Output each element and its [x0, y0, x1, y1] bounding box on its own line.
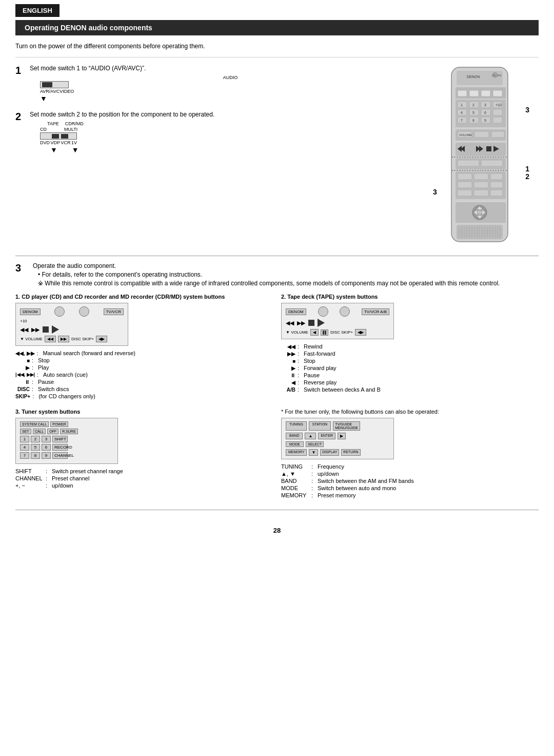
tuner-power: POWER: [50, 421, 68, 427]
remote-control-area: 3 1 2 3 DENON RC-943: [431, 65, 533, 249]
cd-panel-denom: DENOM: [20, 308, 41, 315]
switch1-video: VIDEO: [60, 89, 74, 94]
arrows2: ▼▼: [50, 146, 421, 154]
intro-text: Turn on the power of the different compo…: [15, 43, 539, 50]
tape-panel-play: [318, 319, 325, 327]
tuner-legend-channel: CHANNEL : Preset channel: [15, 475, 273, 481]
sw2-cd: CD: [40, 127, 47, 132]
svg-rect-47: [458, 160, 479, 166]
tape-system-title: 2. Tape deck (TAPE) system buttons: [281, 294, 539, 300]
extra-right: ▶: [338, 433, 346, 439]
remote-label-2: 2: [525, 172, 529, 181]
tuner-channel: CHANNEL: [52, 452, 68, 459]
cd-panel-vol: ▼ VOLUME: [20, 337, 43, 341]
extra-legend-updown: ▲, ▼ : up/down: [281, 471, 539, 477]
cd-legend-item-6: DISC : Switch discs: [15, 386, 273, 392]
cd-panel-play: [52, 325, 59, 334]
tape-legend-item-5: ⏸ : Pause: [281, 372, 539, 378]
svg-text:7: 7: [461, 119, 463, 122]
extra-tvguide: TV/GUIDEMENU/GUIDE: [333, 421, 360, 431]
svg-rect-52: [474, 173, 488, 180]
sw2-vcr: VCR: [61, 140, 70, 145]
cd-panel-circle2: [79, 306, 89, 317]
svg-text:4: 4: [461, 111, 463, 114]
svg-rect-57: [458, 190, 472, 196]
extra-enter: ENTER: [318, 433, 335, 439]
tape-panel-disc-skip: DISC SKIP+: [330, 330, 353, 335]
cd-system-block: 1. CD player (CD) and CD recorder and MD…: [15, 294, 273, 400]
extra-memory: MEMORY: [286, 449, 307, 456]
svg-rect-37: [491, 131, 504, 138]
step-3-text: Operate the audio component.: [33, 262, 500, 269]
tuner-legend: SHIFT : Switch preset channel range CHAN…: [15, 468, 273, 489]
extra-mode: MODE: [286, 441, 304, 447]
extra-tuning: TUNING: [286, 421, 307, 431]
svg-text:+10: +10: [496, 103, 502, 107]
tuner-extra-legend: TUNING : Frequency ▲, ▼ : up/down BAND :…: [281, 463, 539, 498]
step-3-number: 3: [15, 262, 30, 274]
cd-panel-plus10: +10: [20, 319, 27, 323]
page: ENGLISH Operating DENON audio components…: [0, 0, 554, 539]
svg-text:6: 6: [484, 111, 486, 114]
tuner-n6: 6: [42, 444, 51, 451]
cd-panel-stop: [43, 326, 49, 333]
step-3-section: 3 Operate the audio component. • For det…: [0, 262, 554, 499]
svg-rect-48: [481, 160, 503, 166]
cd-panel-circle1: [54, 306, 65, 317]
tuner-n3: 3: [42, 436, 51, 442]
svg-rect-32: [493, 117, 502, 123]
svg-text:RC-943: RC-943: [492, 74, 501, 77]
svg-text:VOLUME: VOLUME: [459, 133, 472, 137]
svg-rect-25: [493, 109, 502, 115]
tuner-n7: 7: [20, 452, 29, 459]
cd-panel-disc: DISC SKIP+: [71, 337, 94, 341]
section-header: Operating DENON audio components: [15, 20, 539, 35]
extra-down: ▼: [309, 449, 318, 456]
svg-rect-56: [490, 182, 503, 188]
svg-text:9: 9: [484, 119, 486, 122]
tape-system-block: 2. Tape deck (TAPE) system buttons DENOM…: [281, 294, 539, 400]
cd-system-title: 1. CD player (CD) and CD recorder and MD…: [15, 294, 273, 300]
cd-panel-ff: ▶▶: [31, 326, 39, 333]
tape-panel-tvcr: TV/VCR A/B: [362, 308, 389, 315]
svg-rect-54: [458, 182, 472, 188]
tuner-n8: 8: [31, 452, 40, 459]
svg-rect-51: [458, 173, 472, 180]
tuner-n9: 9: [42, 452, 51, 459]
cd-legend-item-1: ◀◀, ▶▶ : Manual search (forward and reve…: [15, 350, 273, 356]
tuner-n1: 1: [20, 436, 29, 442]
switch1-avravc: AVR/AVC: [40, 89, 60, 94]
step-3-note2: ※ While this remote control is compatibl…: [38, 280, 500, 287]
systems-grid: 1. CD player (CD) and CD recorder and MD…: [15, 294, 539, 400]
cd-legend-item-3: ▶ : Play: [15, 364, 273, 371]
svg-rect-9: [493, 90, 502, 96]
tape-panel-rew: ◀◀: [286, 320, 294, 326]
tuner-n5: 5: [31, 444, 40, 451]
sw2-tape: TAPE: [47, 121, 59, 126]
svg-rect-55: [474, 182, 488, 188]
tape-legend-item-2: ▶▶ : Fast-forward: [281, 351, 539, 357]
svg-rect-6: [458, 90, 467, 96]
svg-text:3: 3: [484, 103, 486, 107]
tuner-note: * For the tuner only, the following butt…: [281, 409, 539, 415]
step-1: 1 Set mode switch 1 to “AUDIO (AVR/AVC)”…: [15, 65, 421, 103]
cd-panel-vol-btn2: ▶▶: [58, 336, 69, 342]
tape-legend-item-4: ▶ : Forward play: [281, 365, 539, 371]
svg-rect-7: [469, 90, 479, 96]
svg-text:2: 2: [472, 103, 474, 107]
svg-rect-8: [481, 90, 490, 96]
tape-panel-skip-btn: ◀▶: [355, 329, 366, 336]
svg-text:1: 1: [461, 103, 463, 107]
svg-text:5: 5: [472, 111, 474, 114]
language-tab: ENGLISH: [15, 4, 60, 17]
step-1-text: Set mode switch 1 to “AUDIO (AVR/AVC)”.: [30, 65, 421, 72]
cd-legend-item-5: ⏸ : Pause: [15, 379, 273, 385]
cd-legend-item-4: |◀◀, ▶▶| : Auto search (cue): [15, 372, 273, 378]
step-2-text: Set mode switch 2 to the position for th…: [30, 111, 421, 118]
remote-label-3-bottom: 3: [433, 188, 437, 196]
cd-panel-tvcr: TV/VCR: [104, 308, 124, 315]
sw2-1v: 1V: [71, 140, 77, 145]
tape-panel-circle2: [340, 306, 350, 317]
tape-panel-pause: [321, 329, 328, 336]
tuner-n2: 2: [31, 436, 40, 442]
